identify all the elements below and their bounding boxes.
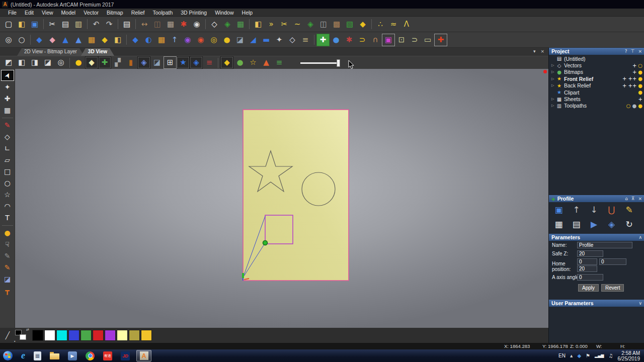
tree-visibility-icon[interactable]: ● <box>638 69 642 75</box>
undo-icon[interactable]: ↶ <box>90 18 103 31</box>
name-field[interactable] <box>577 242 632 248</box>
tabbar-close-icon[interactable]: × <box>540 49 544 54</box>
tray-expand-icon[interactable]: ▲ <box>570 354 573 358</box>
edit-toolpath-icon[interactable]: ✎ <box>620 202 638 217</box>
revert-button[interactable]: Revert <box>601 284 624 292</box>
notes-icon[interactable]: ▤ <box>120 18 133 31</box>
tree-badge-icon[interactable]: ++ <box>628 76 637 81</box>
shape-editor-icon[interactable]: ◈ <box>221 18 234 31</box>
default-colors-icon[interactable]: ▪ <box>14 339 15 343</box>
project-tree-item[interactable]: ▷ ◇ Vectors + ○ <box>549 62 644 68</box>
view-tab[interactable]: 3D View <box>81 48 114 56</box>
color-swatch[interactable] <box>44 330 55 341</box>
zero-relief-icon[interactable]: ◎ <box>207 34 220 46</box>
expand-arrow-icon[interactable]: ▷ <box>551 63 556 67</box>
material-swatches-icon[interactable]: ▦ <box>164 18 177 31</box>
foreground-background-swatch[interactable]: ⇄ ▪ <box>15 329 28 341</box>
material-sheet[interactable] <box>243 110 349 281</box>
user-parameters-header[interactable]: User Parameters ∨ <box>549 300 644 307</box>
home-z-field[interactable] <box>577 265 597 272</box>
origin-axes-icon[interactable]: ✚ <box>98 56 111 69</box>
color-swatch[interactable] <box>117 330 128 341</box>
menu-item[interactable]: Relief <box>127 10 149 16</box>
project-tree-item[interactable]: ▤ (Untitled) <box>549 55 644 62</box>
color-swatch[interactable] <box>32 330 43 341</box>
menu-item[interactable]: Help <box>238 10 257 16</box>
mirror-layer-icon[interactable]: ◫ <box>151 18 164 31</box>
erase-relief-icon[interactable]: ◆ <box>46 34 59 46</box>
cut-icon[interactable]: ✂ <box>46 18 59 31</box>
knife-tool-icon[interactable]: ╱ <box>0 331 15 339</box>
move-down-icon[interactable]: ↓ <box>585 202 603 217</box>
select-tool-icon[interactable]: ➤ <box>1 70 14 81</box>
expand-arrow-icon[interactable]: ▷ <box>551 77 556 81</box>
round-relief-icon[interactable]: ◉ <box>194 34 207 46</box>
tree-badge-icon[interactable] <box>627 89 631 95</box>
menu-item[interactable]: 3D Printing <box>177 10 211 16</box>
transform-tool-icon[interactable]: ✚ <box>1 93 14 104</box>
home-y-field[interactable] <box>599 258 626 265</box>
collapse-chevron-icon[interactable]: ∧ <box>638 235 642 240</box>
measure-tool-icon[interactable]: ∟ <box>1 143 14 154</box>
sculpt-add-icon[interactable]: ▲ <box>59 34 72 46</box>
smooth-relief-icon[interactable]: ◆ <box>33 34 46 46</box>
erase-tool-icon[interactable]: ◪ <box>1 274 14 285</box>
tree-visibility-icon[interactable]: ● <box>638 103 642 109</box>
internet-explorer-icon[interactable]: e <box>21 350 25 361</box>
iso-view-4-icon[interactable]: ◪ <box>41 56 54 69</box>
bitmap-shapes-icon[interactable]: ● <box>233 56 247 69</box>
center-relief-icon[interactable]: ✚ <box>434 34 447 46</box>
relief-oval-icon[interactable]: ◈ <box>304 18 317 31</box>
color-swatch[interactable] <box>56 330 67 341</box>
clipart-folder-icon[interactable]: ◧ <box>111 34 124 46</box>
tree-badge-icon[interactable] <box>627 97 631 102</box>
color-swatch[interactable] <box>129 330 140 341</box>
parameters-header[interactable]: Parameters ∧ <box>549 234 644 241</box>
sculpt-mode-icon[interactable]: ◪ <box>150 56 164 69</box>
node-editing-icon[interactable]: ✦ <box>1 81 14 93</box>
paste-icon[interactable]: ▥ <box>72 18 85 31</box>
vector-doctor-icon[interactable]: » <box>265 18 278 31</box>
delete-toolpath-icon[interactable]: ⋃ <box>603 202 620 217</box>
tree-badge-icon[interactable]: ○ <box>626 103 631 109</box>
create-rectangle-icon[interactable]: □ <box>1 166 14 177</box>
save-toolpath-icon[interactable]: ▣ <box>550 202 568 217</box>
sweep-profile-icon[interactable]: ⊃ <box>356 34 369 46</box>
tree-badge-icon[interactable]: + <box>622 76 626 81</box>
expand-arrow-icon[interactable]: ▷ <box>551 83 556 87</box>
distort-grid-icon[interactable]: ▦ <box>1 105 14 116</box>
project-tree-item[interactable]: ▷ ▥ Toolpaths ○ ● ● <box>549 103 644 109</box>
project-tree-item[interactable]: ▷ ● Bitmaps + ● <box>549 69 644 75</box>
tree-badge-icon[interactable]: + <box>622 83 626 88</box>
tree-badge-icon[interactable] <box>633 97 637 102</box>
weave-relief-icon[interactable]: ◇ <box>286 34 299 46</box>
tree-badge-icon[interactable]: ● <box>632 103 637 109</box>
raise-relief-icon[interactable]: ↑ <box>168 34 181 46</box>
menu-item[interactable]: Edit <box>21 10 38 16</box>
clipart-library-icon[interactable]: ◧ <box>252 18 265 31</box>
unwrap-arc-icon[interactable]: ⊃ <box>408 34 421 46</box>
smudge-tool-icon[interactable]: ☟ <box>1 239 14 250</box>
profile-close-button[interactable]: × <box>638 196 642 201</box>
expand-arrow-icon[interactable]: ▷ <box>551 97 556 101</box>
project-close-button[interactable]: × <box>638 49 642 54</box>
smooth-layer-icon[interactable]: ◆ <box>129 34 142 46</box>
create-arc-icon[interactable]: ◠ <box>1 201 14 212</box>
chrome-icon[interactable] <box>86 351 95 360</box>
project-tree-item[interactable]: ▷ ▦ Sheets + <box>549 96 644 102</box>
file-explorer-icon[interactable] <box>50 353 59 359</box>
relief-pyramid-icon[interactable]: ▲ <box>260 56 273 69</box>
find-clipart-icon[interactable]: ☆ <box>247 56 260 69</box>
texture-maze-icon[interactable]: ▩ <box>330 18 343 31</box>
relief-layer-icon[interactable]: ◆ <box>356 18 369 31</box>
paint-brush-icon[interactable]: ✎ <box>1 262 14 273</box>
create-text-icon[interactable]: T <box>1 212 14 223</box>
half-relief-icon[interactable]: ◐ <box>142 34 155 46</box>
open-folder-icon[interactable]: ◧ <box>15 18 28 31</box>
greyscale-relief-icon[interactable]: ◆ <box>220 56 233 69</box>
youdao-icon[interactable]: 有道 <box>103 351 112 360</box>
apply-button[interactable]: Apply <box>578 284 599 292</box>
stack-layers-icon[interactable]: ≡ <box>299 34 312 46</box>
expand-arrow-icon[interactable]: ▷ <box>551 70 556 74</box>
color-swatch[interactable] <box>105 330 116 341</box>
